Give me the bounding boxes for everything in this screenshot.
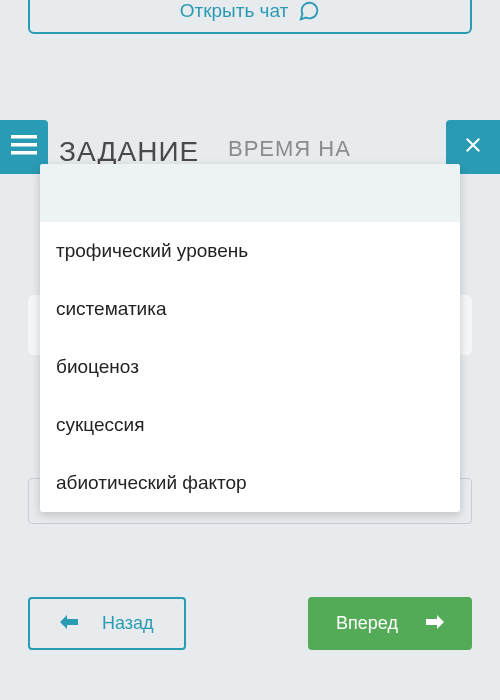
chat-label: Открыть чат xyxy=(180,0,289,22)
forward-label: Вперед xyxy=(336,613,398,634)
arrow-right-icon xyxy=(426,613,444,634)
hamburger-icon xyxy=(11,135,37,159)
open-chat-button[interactable]: Открыть чат xyxy=(28,0,472,34)
svg-rect-1 xyxy=(11,143,37,147)
dropdown-header xyxy=(40,164,460,222)
back-button[interactable]: Назад xyxy=(28,597,186,650)
arrow-left-icon xyxy=(60,613,78,634)
close-icon xyxy=(461,133,485,161)
svg-rect-0 xyxy=(11,135,37,139)
subheading-text: ВРЕМЯ НА xyxy=(228,136,351,162)
forward-button[interactable]: Вперед xyxy=(308,597,472,650)
dropdown-option[interactable]: систематика xyxy=(40,280,460,338)
dropdown-panel: трофический уровень систематика биоценоз… xyxy=(40,164,460,512)
back-label: Назад xyxy=(102,613,154,634)
dropdown-option[interactable]: трофический уровень xyxy=(40,222,460,280)
dropdown-option[interactable]: сукцессия xyxy=(40,396,460,454)
chat-icon xyxy=(298,0,320,22)
dropdown-option[interactable]: абиотический фактор xyxy=(40,454,460,512)
dropdown-option[interactable]: биоценоз xyxy=(40,338,460,396)
nav-row: Назад Вперед xyxy=(28,597,472,650)
svg-rect-2 xyxy=(11,151,37,155)
